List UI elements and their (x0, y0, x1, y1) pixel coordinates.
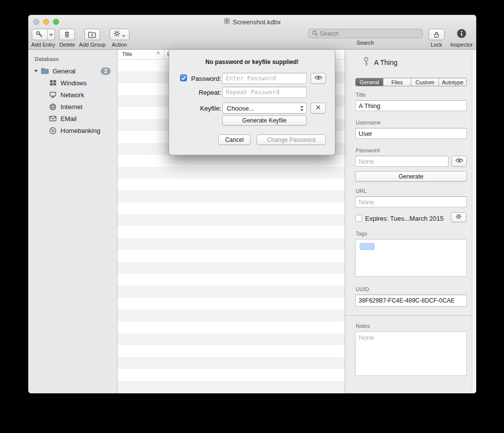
search-label: Search (357, 40, 374, 46)
generate-button[interactable]: Generate (355, 171, 467, 182)
change-password-button[interactable]: Change Password (256, 134, 326, 145)
search-field[interactable] (308, 29, 423, 38)
info-icon (456, 28, 467, 41)
envelope-icon (48, 116, 58, 122)
tab-general[interactable]: General (356, 78, 383, 86)
gear-icon (113, 30, 121, 39)
sidebar: Database General 2 Windows Network Inter… (28, 50, 118, 393)
inspector-scrollbar[interactable] (472, 50, 476, 393)
add-entry-label: Add Entry (31, 42, 55, 48)
notes-field[interactable] (355, 331, 467, 376)
enter-password-field[interactable] (222, 73, 307, 84)
username-field[interactable] (355, 128, 467, 139)
sidebar-item-label: Network (61, 91, 84, 99)
uuid-label: UUID (356, 286, 369, 292)
eye-icon (315, 75, 322, 82)
sheet-message: No password or keyfile supplied! (169, 59, 335, 65)
action-button[interactable] (110, 29, 129, 40)
tab-autotype[interactable]: Autotype (439, 78, 466, 86)
url-label: URL (356, 188, 367, 194)
keyfile-popup-value: Choose... (227, 105, 254, 112)
reveal-password-button[interactable] (451, 156, 467, 167)
add-group-label: Add Group (79, 42, 105, 48)
generate-keyfile-button[interactable]: Generate Keyfile (222, 116, 307, 125)
add-entry-button[interactable] (32, 29, 55, 40)
uuid-field[interactable] (355, 295, 467, 307)
inspector-item: Inspector (450, 29, 473, 48)
windows-icon (48, 79, 58, 86)
trash-icon (60, 29, 74, 40)
sidebar-item-general[interactable]: General 2 (28, 65, 117, 77)
lock-item: Lock (429, 29, 444, 48)
password-sheet: No password or keyfile supplied! Passwor… (169, 50, 335, 155)
expires-checkbox[interactable] (355, 215, 362, 222)
tab-files[interactable]: Files (383, 78, 411, 86)
tag-chip[interactable] (360, 243, 375, 250)
toolbar: Add Entry Delete Add Group (28, 28, 476, 50)
lock-button[interactable] (429, 29, 444, 40)
add-group-button[interactable] (84, 29, 100, 40)
homebanking-icon (48, 127, 58, 134)
sidebar-item-windows[interactable]: Windows (28, 77, 117, 89)
tags-label: Tags (356, 231, 367, 237)
sidebar-item-label: Internet (61, 103, 82, 111)
column-header-title[interactable]: Title (122, 51, 132, 57)
key-icon (362, 57, 370, 68)
section-divider (345, 315, 472, 316)
title-field[interactable] (355, 100, 467, 111)
window-chrome: Screenshot.kdbx Add Entry Delete (28, 15, 476, 50)
key-icon (32, 29, 47, 40)
action-label: Action (112, 42, 127, 48)
tags-field[interactable] (355, 239, 467, 277)
inspector-label: Inspector (450, 42, 473, 48)
sort-ascending-icon: ^ (157, 51, 160, 57)
expires-row: Expires: Tues...March 2015 (355, 213, 467, 223)
search-icon (312, 29, 318, 38)
url-field[interactable] (355, 196, 467, 207)
cancel-button[interactable]: Cancel (218, 134, 251, 145)
clear-keyfile-button[interactable] (311, 103, 326, 114)
sidebar-item-internet[interactable]: Internet (28, 101, 117, 113)
check-icon (181, 73, 186, 82)
repeat-password-field[interactable] (222, 87, 307, 98)
password-label: Password: (186, 75, 221, 82)
keyfile-popup[interactable]: Choose... (222, 103, 307, 114)
expires-label: Expires: Tues...March 2015 (365, 215, 443, 222)
toolbar-left-group: Add Entry Delete Add Group (31, 29, 129, 48)
disclosure-triangle-icon[interactable] (32, 69, 39, 73)
inspector-button[interactable] (455, 29, 467, 40)
search-input[interactable] (320, 30, 419, 37)
desktop-background: Screenshot.kdbx Add Entry Delete (0, 0, 504, 433)
sidebar-item-label: General (53, 67, 75, 75)
sidebar-item-email[interactable]: EMail (28, 113, 117, 124)
network-icon (48, 91, 58, 98)
x-icon (315, 105, 321, 112)
password-field[interactable] (355, 156, 448, 167)
delete-label: Delete (59, 42, 75, 48)
sidebar-item-label: Windows (61, 79, 87, 87)
keyfile-label: Keyfile: (186, 105, 221, 112)
title-label: Title (356, 92, 366, 98)
lock-label: Lock (431, 42, 442, 48)
sidebar-item-label: EMail (61, 115, 77, 123)
add-entry-item: Add Entry (31, 29, 55, 48)
window-title: Screenshot.kdbx (233, 18, 281, 26)
entry-count-badge: 2 (101, 67, 111, 75)
updown-stepper-icon (300, 105, 304, 112)
titlebar: Screenshot.kdbx (28, 18, 476, 26)
sidebar-item-homebanking[interactable]: Homebanking (28, 124, 117, 136)
reveal-password-button[interactable] (311, 73, 326, 84)
sidebar-header: Database (35, 56, 117, 62)
search-item: Search (308, 29, 423, 46)
username-label: Username (356, 120, 381, 125)
sidebar-item-network[interactable]: Network (28, 89, 117, 101)
delete-item: Delete (59, 29, 75, 48)
expires-gear-button[interactable] (451, 212, 466, 222)
tab-custom[interactable]: Custom (411, 78, 439, 86)
delete-button[interactable] (59, 29, 75, 40)
add-entry-dropdown-arrow[interactable] (47, 29, 55, 40)
gear-icon (455, 213, 462, 221)
column-divider[interactable] (164, 50, 164, 59)
inspector-tabs: General Files Custom Autotype (355, 78, 467, 86)
entry-header: A Thing (362, 57, 397, 68)
